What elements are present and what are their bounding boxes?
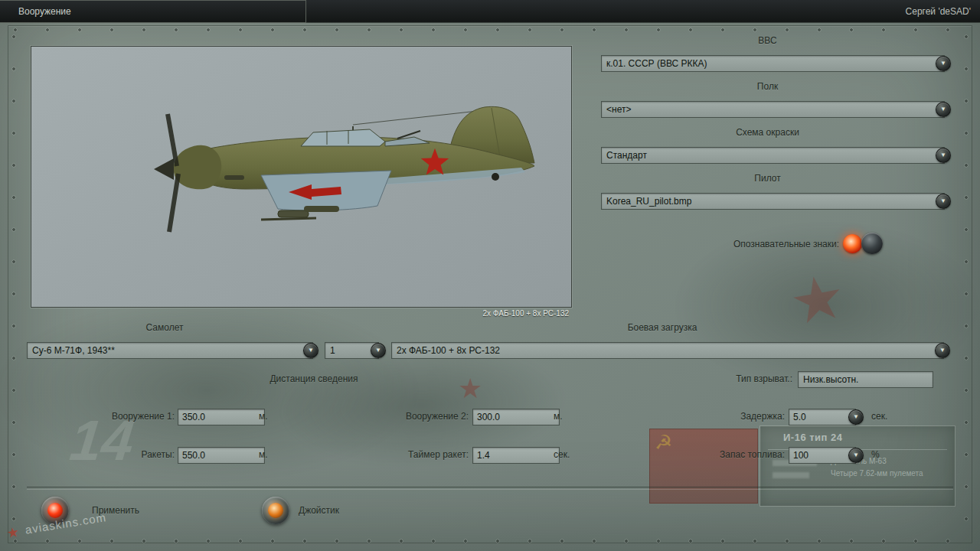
aircraft-preview-panel [31,46,572,308]
markings-indicator-light[interactable] [843,234,862,253]
rocket-timer-label: Таймер ракет: [375,447,469,462]
paint-scheme-dropdown[interactable]: Стандарт [601,147,945,164]
fuze-type-dropdown[interactable]: Низк.высотн. [798,371,933,388]
joystick-button[interactable] [262,497,289,524]
rocket-timer-unit: сек. [554,447,570,462]
chevron-down-icon: ▼ [940,106,946,112]
airforce-label: ВВС [601,33,934,48]
loadout-dropdown-arrow[interactable]: ▼ [935,343,950,358]
flag-decal: ☭ [649,429,758,504]
weapon2-convergence-input[interactable] [472,409,560,425]
weapon2-label: Вооружение 2: [375,409,469,424]
markings-toggle[interactable] [861,233,883,254]
plaque-line: Четыре 7.62-мм пулемета [831,469,923,478]
regiment-value: <нет> [606,104,631,115]
pilot-dropdown[interactable]: Korea_RU_pilot.bmp [601,193,945,210]
chevron-down-icon: ▼ [308,347,314,354]
chevron-down-icon: ▼ [939,347,946,354]
weapon1-label: Вооружение 1: [77,409,175,424]
delay-label: Задержка: [720,409,785,424]
fuel-input[interactable] [789,447,856,464]
convergence-label: Дистанция сведения [176,371,452,386]
fuel-spinner-arrow[interactable]: ▼ [848,448,864,463]
title-bar: Вооружение Сергей 'deSAD' [0,0,980,23]
player-name: Сергей 'deSAD' [906,0,971,22]
count-dropdown-arrow[interactable]: ▼ [371,343,386,358]
chevron-down-icon: ▼ [853,414,859,420]
aircraft-image [31,47,570,305]
markings-label: Опознавательные знаки: [651,236,839,252]
rockets-label: Ракеты: [77,447,175,462]
amber-light-icon [268,503,283,518]
airforce-value: к.01. СССР (ВВС РККА) [606,58,707,69]
regiment-label: Полк [601,79,934,94]
aircraft-dropdown[interactable]: Су-6 М-71Ф, 1943** [27,342,313,359]
loadout-dropdown[interactable]: 2х ФАБ-100 + 8х РС-132 [391,342,944,359]
loadout-value: 2х ФАБ-100 + 8х РС-132 [397,345,500,356]
airforce-dropdown[interactable]: к.01. СССР (ВВС РККА) [601,55,945,72]
paint-scheme-dropdown-arrow[interactable]: ▼ [936,148,951,163]
rocket-timer-input[interactable] [472,447,560,464]
regiment-dropdown-arrow[interactable]: ▼ [936,102,951,117]
fuel-label: Запас топлива: [708,447,785,462]
airforce-dropdown-arrow[interactable]: ▼ [936,56,951,71]
chevron-down-icon: ▼ [375,347,381,354]
chevron-down-icon: ▼ [940,60,946,67]
pilot-label: Пилот [601,171,934,186]
count-value: 1 [330,345,335,356]
aircraft-label: Самолет [27,320,302,335]
weapon2-unit: м. [554,409,563,424]
paint-scheme-value: Стандарт [606,150,647,161]
plaque-blur-bar [773,472,809,478]
pilot-value: Korea_RU_pilot.bmp [606,196,691,207]
delay-input[interactable] [789,409,856,425]
rivet-strip [963,34,969,533]
aircraft-value: Су-6 М-71Ф, 1943** [32,345,115,356]
fuel-unit: % [871,447,880,462]
loadout-caption: 2х ФАБ-100 + 8х РС-132 [31,309,569,318]
joystick-label: Джойстик [299,503,339,518]
armament-screen: 14 ★ ★ ☭ И-16 тип 24 Двигатель М-63 Четы… [0,0,980,551]
chevron-down-icon: ▼ [940,152,946,158]
chevron-down-icon: ▼ [853,452,859,458]
rivet-strip [12,538,968,544]
rivet-strip [11,34,17,533]
weapon1-unit: м. [259,409,268,424]
delay-unit: сек. [871,409,887,424]
weapon1-convergence-input[interactable] [178,409,265,425]
tab-armament-label: Вооружение [18,6,71,17]
pilot-dropdown-arrow[interactable]: ▼ [936,194,951,209]
footer-divider [27,487,953,490]
plaque-title: И-16 тип 24 [783,432,843,443]
hammer-sickle-icon: ☭ [655,431,672,455]
info-plaque: И-16 тип 24 Двигатель М-63 Четыре 7.62-м… [760,425,956,507]
rockets-convergence-input[interactable] [178,447,265,464]
regiment-dropdown[interactable]: <нет> [601,101,945,118]
rockets-unit: м. [259,447,268,462]
loadout-label: Боевая загрузка [391,320,933,335]
red-star-decal: ★ [458,375,482,403]
fuze-type-value: Низк.высотн. [803,374,858,385]
watermark-logo-icon: ★ [5,524,20,541]
tab-armament[interactable]: Вооружение [0,0,306,23]
aircraft-dropdown-arrow[interactable]: ▼ [303,343,318,358]
paint-scheme-label: Схема окраски [601,125,934,140]
rivet-strip [12,27,968,33]
delay-spinner-arrow[interactable]: ▼ [848,409,864,425]
fuze-type-label: Тип взрыват.: [689,371,792,386]
chevron-down-icon: ▼ [940,198,946,204]
